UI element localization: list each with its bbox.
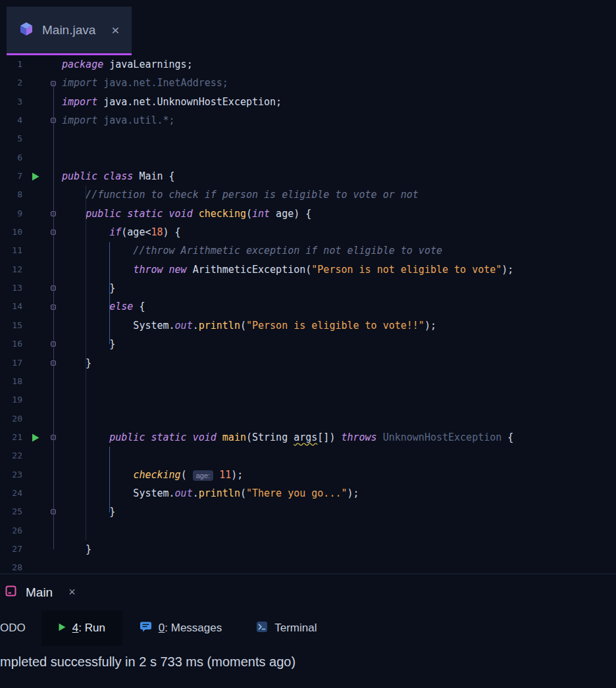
gutter-spacer (26, 335, 45, 353)
fold-gutter-spacer (45, 55, 62, 74)
code-line[interactable]: 19 (0, 391, 616, 409)
line-number: 25 (0, 503, 26, 521)
code-text: } (62, 503, 616, 521)
code-line[interactable]: 20 (0, 410, 616, 428)
code-text: } (62, 540, 616, 558)
gutter-spacer (26, 55, 45, 74)
code-text (62, 410, 616, 428)
code-text: public static void checking(int age) { (62, 205, 616, 223)
indent-guide (86, 185, 86, 540)
run-gutter-icon[interactable] (26, 167, 45, 185)
code-line[interactable]: 15 System.out.println("Person is eligibl… (0, 316, 616, 335)
line-number: 14 (0, 297, 26, 316)
line-number: 24 (0, 484, 26, 503)
code-text: import java.net.UnknownHostException; (62, 93, 616, 111)
line-number: 1 (0, 55, 26, 74)
line-number: 23 (0, 466, 26, 484)
code-line[interactable]: 10 if(age<18) { (0, 223, 616, 241)
line-number: 10 (0, 223, 26, 241)
code-line[interactable]: 9 public static void checking(int age) { (0, 205, 616, 223)
messages-tab-mnemonic: 0 (159, 622, 165, 634)
code-line[interactable]: 5 (0, 130, 616, 148)
code-line[interactable]: 1package javaLearnings; (0, 55, 616, 74)
code-text: //function to check if person is eligibl… (62, 185, 616, 204)
code-line[interactable]: 28 (0, 558, 616, 574)
java-file-icon (18, 21, 34, 39)
gutter-spacer (26, 316, 45, 335)
code-line[interactable]: 26 (0, 522, 616, 540)
code-text: System.out.println("There you go..."); (62, 484, 616, 503)
code-line[interactable]: 25 } (0, 503, 616, 521)
run-gutter-icon[interactable] (26, 428, 45, 447)
code-line[interactable]: 17 } (0, 354, 616, 372)
code-line[interactable]: 11 //throw Arithmetic exception if not e… (0, 241, 616, 260)
code-line[interactable]: 2import java.net.InetAddress; (0, 74, 616, 92)
messages-tab-label: : Messages (165, 622, 222, 634)
terminal-tab[interactable]: Terminal (239, 610, 334, 646)
messages-tab-label-wrap: 0: Messages (159, 622, 222, 635)
line-number: 20 (0, 410, 26, 428)
code-text (62, 558, 616, 574)
line-number: 2 (0, 74, 26, 92)
line-number: 22 (0, 447, 26, 465)
tool-window-tab-title[interactable]: Main (26, 585, 53, 600)
code-line[interactable]: 7public class Main { (0, 167, 616, 185)
line-number: 9 (0, 205, 26, 223)
line-number: 15 (0, 316, 26, 335)
code-line[interactable]: 16 } (0, 335, 616, 353)
code-text: public class Main { (62, 167, 616, 185)
code-text: System.out.println("Person is eligible t… (62, 316, 616, 335)
code-text (62, 149, 616, 167)
code-text: } (62, 335, 616, 353)
gutter-spacer (26, 447, 45, 465)
code-line[interactable]: 21 public static void main(String args[]… (0, 428, 616, 447)
code-text (62, 372, 616, 391)
code-editor[interactable]: 1package javaLearnings;2import java.net.… (0, 55, 616, 574)
code-line[interactable]: 4import java.util.*; (0, 111, 616, 130)
code-line[interactable]: 27 } (0, 540, 616, 558)
line-number: 17 (0, 354, 26, 372)
line-number: 8 (0, 185, 26, 204)
code-line[interactable]: 12 throw new ArithmeticException("Person… (0, 260, 616, 279)
editor-tab-main-java[interactable]: Main.java × (7, 7, 132, 55)
editor-lines: 1package javaLearnings;2import java.net.… (0, 55, 616, 574)
play-icon (59, 622, 66, 635)
editor-tab-close-icon[interactable]: × (111, 23, 119, 37)
code-text: if(age<18) { (62, 223, 616, 241)
gutter-spacer (26, 223, 45, 241)
editor-tab-title: Main.java (42, 23, 95, 37)
code-text: } (62, 354, 616, 372)
run-tab-label-wrap: 4: Run (72, 622, 105, 635)
parameter-inlay-hint: age: (193, 470, 213, 481)
line-number: 4 (0, 111, 26, 130)
messages-tab[interactable]: 0: Messages (122, 610, 239, 646)
code-text: throw new ArithmeticException("Person is… (62, 260, 616, 279)
code-line[interactable]: 22 (0, 447, 616, 465)
code-line[interactable]: 18 (0, 372, 616, 391)
code-line[interactable]: 3import java.net.UnknownHostException; (0, 93, 616, 111)
tool-window-header: Main × (0, 574, 616, 610)
code-text: package javaLearnings; (62, 55, 616, 74)
gutter-spacer (26, 74, 45, 92)
code-text: import java.net.InetAddress; (62, 74, 616, 92)
line-number: 26 (0, 522, 26, 540)
code-line[interactable]: 23 checking( age: 11); (0, 466, 616, 484)
todo-tab-truncated[interactable]: ODO (0, 622, 26, 635)
code-line[interactable]: 6 (0, 149, 616, 167)
code-line[interactable]: 24 System.out.println("There you go...")… (0, 484, 616, 503)
gutter-spacer (26, 484, 45, 503)
messages-icon (140, 621, 152, 635)
gutter-spacer (26, 540, 45, 558)
gutter-spacer (26, 558, 45, 574)
code-line[interactable]: 13 } (0, 279, 616, 297)
line-number: 5 (0, 130, 26, 148)
gutter-spacer (26, 241, 45, 260)
code-line[interactable]: 14 else { (0, 297, 616, 316)
line-number: 6 (0, 149, 26, 167)
tool-window-tab-close-icon[interactable]: × (68, 585, 76, 599)
code-line[interactable]: 8 //function to check if person is eligi… (0, 185, 616, 204)
code-text: else { (62, 297, 616, 316)
gutter-spacer (26, 522, 45, 540)
run-tab[interactable]: 4: Run (41, 610, 122, 646)
gutter-spacer (26, 354, 45, 372)
